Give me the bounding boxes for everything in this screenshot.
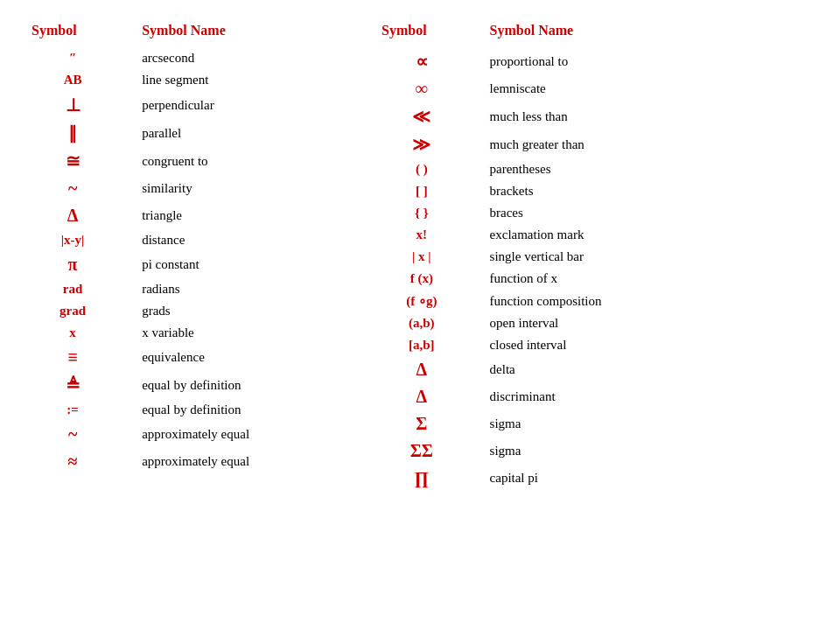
name-cell: much less than (476, 102, 682, 130)
table-row: radradians (18, 278, 332, 300)
table-row: [ ]brackets (368, 180, 682, 202)
left-name-header: Symbol Name (128, 18, 332, 47)
symbol-cell: ≫ (368, 130, 476, 158)
symbol-cell: [a,b] (368, 334, 476, 356)
symbol-cell: AB (18, 69, 128, 91)
name-cell: equal by definition (128, 399, 332, 421)
symbol-cell: (a,b) (368, 312, 476, 334)
name-cell: similarity (128, 175, 332, 202)
name-cell: delta (476, 356, 682, 383)
table-row: | x |single vertical bar (368, 246, 682, 268)
symbol-cell: Σ (368, 410, 476, 438)
name-cell: parallel (128, 119, 332, 147)
table-row: Δdelta (368, 356, 682, 383)
tables-container: Symbol Symbol Name ″arcsecondABline segm… (18, 18, 822, 492)
name-cell: open interval (476, 312, 682, 334)
name-cell: arcsecond (128, 47, 332, 69)
symbol-cell: ″ (18, 47, 128, 69)
table-row: ≜equal by definition (18, 371, 332, 399)
name-cell: perpendicular (128, 91, 332, 119)
symbol-cell: rad (18, 278, 128, 300)
symbol-cell: Δ (368, 356, 476, 383)
table-row: [a,b]closed interval (368, 334, 682, 356)
table-row: ( )parentheses (368, 158, 682, 180)
name-cell: brackets (476, 180, 682, 202)
table-row: ≈approximately equal (18, 448, 332, 475)
name-cell: parentheses (476, 158, 682, 180)
table-row: x!exclamation mark (368, 224, 682, 246)
table-row: |x-y|distance (18, 229, 332, 251)
right-name-header: Symbol Name (476, 18, 682, 47)
name-cell: equivalence (128, 344, 332, 371)
table-row: (f ∘g)function composition (368, 290, 682, 312)
table-row: xx variable (18, 322, 332, 344)
name-cell: triangle (128, 202, 332, 229)
table-row: Σsigma (368, 410, 682, 438)
symbol-cell: ΣΣ (368, 438, 476, 465)
table-row: :=equal by definition (18, 399, 332, 421)
table-row: f (x)function of x (368, 268, 682, 290)
name-cell: equal by definition (128, 371, 332, 399)
right-table: Symbol Symbol Name ∝proportional to∞lemn… (368, 18, 682, 492)
symbol-cell: ≜ (18, 371, 128, 399)
symbol-cell: ∥ (18, 119, 128, 147)
table-row: ″arcsecond (18, 47, 332, 69)
table-row: ≡equivalence (18, 344, 332, 371)
name-cell: function of x (476, 268, 682, 290)
table-row: { }braces (368, 202, 682, 224)
symbol-cell: := (18, 399, 128, 421)
name-cell: single vertical bar (476, 246, 682, 268)
name-cell: sigma (476, 438, 682, 465)
name-cell: much greater than (476, 130, 682, 158)
name-cell: approximately equal (128, 421, 332, 448)
symbol-cell: ≪ (368, 102, 476, 130)
name-cell: distance (128, 229, 332, 251)
left-symbol-header: Symbol (18, 18, 128, 47)
name-cell: lemniscate (476, 75, 682, 102)
symbol-cell: Δ (18, 202, 128, 229)
table-row: ≫much greater than (368, 130, 682, 158)
table-row: ABline segment (18, 69, 332, 91)
name-cell: function composition (476, 290, 682, 312)
table-row: ∞lemniscate (368, 75, 682, 102)
symbol-cell: { } (368, 202, 476, 224)
symbol-cell: ≈ (18, 448, 128, 475)
table-row: ≅congruent to (18, 147, 332, 175)
table-row: ≪much less than (368, 102, 682, 130)
symbol-cell: π (18, 251, 128, 278)
name-cell: radians (128, 278, 332, 300)
name-cell: line segment (128, 69, 332, 91)
name-cell: exclamation mark (476, 224, 682, 246)
name-cell: braces (476, 202, 682, 224)
symbol-cell: ~ (18, 175, 128, 202)
symbol-cell: ≡ (18, 344, 128, 371)
name-cell: discriminant (476, 383, 682, 410)
symbol-cell: Δ (368, 383, 476, 410)
symbol-cell: ~ (18, 421, 128, 448)
symbol-cell: x! (368, 224, 476, 246)
symbol-cell: ∏ (368, 465, 476, 492)
table-row: Δdiscriminant (368, 383, 682, 410)
name-cell: grads (128, 300, 332, 322)
table-row: πpi constant (18, 251, 332, 278)
name-cell: proportional to (476, 47, 682, 75)
table-row: gradgrads (18, 300, 332, 322)
name-cell: approximately equal (128, 448, 332, 475)
symbol-cell: grad (18, 300, 128, 322)
symbol-cell: | x | (368, 246, 476, 268)
table-row: ~approximately equal (18, 421, 332, 448)
name-cell: capital pi (476, 465, 682, 492)
symbol-cell: ⊥ (18, 91, 128, 119)
table-row: ∏capital pi (368, 465, 682, 492)
name-cell: congruent to (128, 147, 332, 175)
left-table: Symbol Symbol Name ″arcsecondABline segm… (18, 18, 332, 475)
symbol-cell: |x-y| (18, 229, 128, 251)
symbol-cell: (f ∘g) (368, 290, 476, 312)
table-row: ΣΣsigma (368, 438, 682, 465)
table-row: ⊥perpendicular (18, 91, 332, 119)
symbol-cell: f (x) (368, 268, 476, 290)
symbol-cell: ≅ (18, 147, 128, 175)
name-cell: sigma (476, 410, 682, 438)
symbol-cell: ∞ (368, 75, 476, 102)
name-cell: pi constant (128, 251, 332, 278)
